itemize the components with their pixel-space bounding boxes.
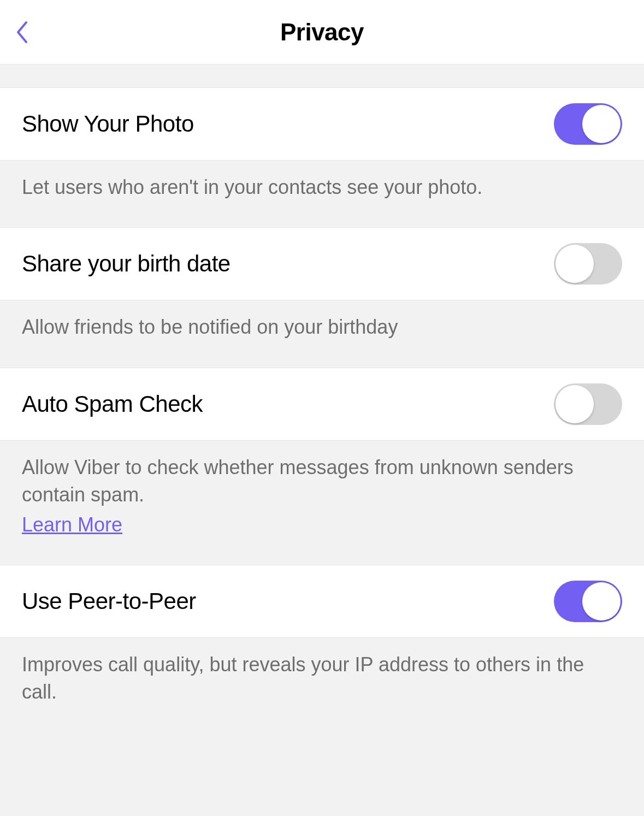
toggle-knob (582, 105, 621, 143)
setting-description: Allow Viber to check whether messages fr… (0, 441, 644, 565)
description-text: Let users who aren't in your contacts se… (22, 176, 482, 198)
setting-auto-spam-check: Auto Spam Check (0, 368, 644, 441)
setting-peer-to-peer: Use Peer-to-Peer (0, 565, 644, 638)
description-text: Allow Viber to check whether messages fr… (22, 456, 574, 506)
setting-description: Improves call quality, but reveals your … (0, 638, 644, 732)
learn-more-link[interactable]: Learn More (22, 511, 622, 539)
back-button[interactable] (11, 21, 33, 43)
toggle-knob (556, 245, 594, 283)
description-text: Allow friends to be notified on your bir… (22, 316, 398, 338)
setting-description: Let users who aren't in your contacts se… (0, 161, 644, 227)
toggle-share-birthdate[interactable] (554, 243, 622, 285)
toggle-knob (556, 385, 594, 423)
setting-label: Share your birth date (22, 251, 231, 277)
header: Privacy (0, 0, 644, 64)
setting-label: Auto Spam Check (22, 391, 203, 417)
toggle-show-photo[interactable] (554, 103, 622, 145)
toggle-peer-to-peer[interactable] (554, 581, 622, 622)
setting-description: Allow friends to be notified on your bir… (0, 300, 644, 367)
setting-share-birthdate: Share your birth date (0, 227, 644, 300)
setting-label: Use Peer-to-Peer (22, 588, 196, 614)
setting-show-photo: Show Your Photo (0, 87, 644, 161)
page-title: Privacy (0, 19, 644, 46)
description-text: Improves call quality, but reveals your … (22, 653, 584, 703)
chevron-left-icon (15, 21, 28, 44)
toggle-knob (582, 582, 621, 620)
section-spacer (0, 64, 644, 87)
setting-label: Show Your Photo (22, 111, 194, 137)
toggle-auto-spam-check[interactable] (554, 383, 622, 425)
